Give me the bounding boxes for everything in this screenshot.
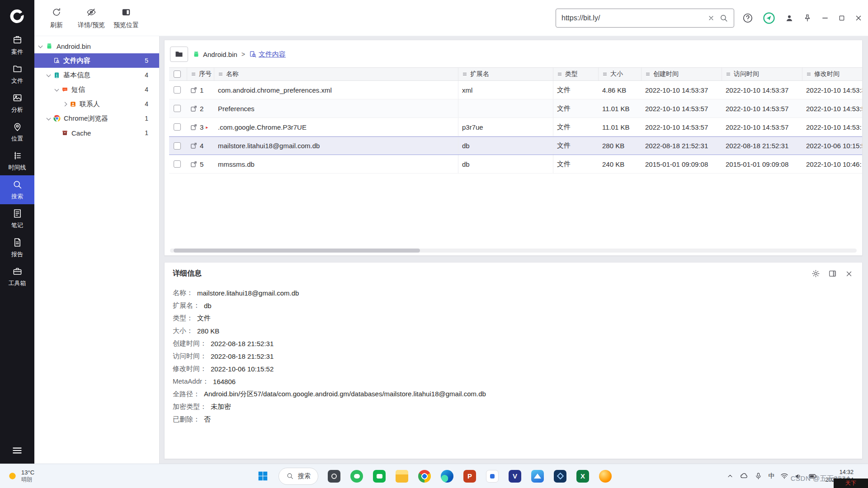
tree-item[interactable]: 基本信息 4: [34, 68, 159, 82]
close-icon[interactable]: [854, 14, 863, 22]
tree-caret-icon[interactable]: [63, 102, 67, 106]
column-header[interactable]: 访问时间: [722, 68, 802, 80]
user-icon[interactable]: [785, 14, 794, 23]
row-checkbox[interactable]: [174, 160, 181, 168]
column-header[interactable]: 修改时间: [802, 68, 863, 80]
rail-item[interactable]: 时间线: [0, 146, 34, 175]
rail-item[interactable]: 文件: [0, 60, 34, 89]
open-file-icon[interactable]: [190, 160, 198, 168]
tree-caret-icon[interactable]: [55, 87, 59, 91]
wechat-icon[interactable]: [346, 466, 367, 487]
snip-tool-icon[interactable]: [324, 466, 344, 487]
tree-item[interactable]: 联系人 4: [34, 97, 159, 111]
table-row[interactable]: 2 ▸ Preferences 文件 11.01 KB 2022-10-10 1…: [169, 99, 863, 118]
minimize-icon[interactable]: [821, 14, 829, 22]
v-app-icon[interactable]: V: [505, 466, 525, 487]
file-size: 11.01 KB: [599, 123, 642, 131]
file-name[interactable]: com.android.chrome_preferences.xml: [214, 81, 458, 99]
row-checkbox[interactable]: [174, 86, 181, 94]
file-name[interactable]: mailstore.litahui18@gmail.com.db: [214, 137, 458, 155]
toolbar-button[interactable]: 预览位置: [110, 3, 142, 33]
rail-item[interactable]: 报告: [0, 233, 34, 262]
app-logo-icon[interactable]: [0, 2, 34, 31]
tree-item[interactable]: Cache 1: [34, 126, 159, 140]
breadcrumb-current-link[interactable]: 文件内容: [249, 50, 286, 59]
rail-item[interactable]: 工具箱: [0, 262, 34, 291]
menu-burger-icon[interactable]: [11, 445, 23, 456]
settings-icon[interactable]: [811, 269, 820, 278]
table-row[interactable]: 5 ▸ mmssms.db db 文件 240 KB 2015-01-01 09…: [169, 155, 863, 174]
file-accessed-time: 2015-01-01 09:09:08: [722, 160, 802, 168]
explorer-icon[interactable]: [392, 466, 412, 487]
rail-item[interactable]: 位置: [0, 117, 34, 146]
maximize-icon[interactable]: [838, 14, 845, 22]
help-icon[interactable]: [742, 13, 753, 23]
folder-button[interactable]: [170, 47, 188, 62]
column-header[interactable]: 序号: [187, 68, 214, 80]
taskbar-search[interactable]: 搜索: [278, 468, 318, 485]
details-close-icon[interactable]: [845, 270, 853, 278]
table-row[interactable]: 1 ▸ com.android.chrome_preferences.xml x…: [169, 81, 863, 99]
row-checkbox[interactable]: [174, 123, 181, 131]
photos-icon[interactable]: [527, 466, 548, 487]
panel-layout-icon[interactable]: [828, 269, 837, 278]
detail-field: 扩展名： db: [173, 299, 854, 312]
excel-icon[interactable]: X: [572, 466, 593, 487]
tree-item[interactable]: 短信 4: [34, 82, 159, 97]
file-name[interactable]: .com.google.Chrome.P3r7UE: [214, 118, 458, 136]
row-checkbox[interactable]: [174, 105, 181, 112]
tree-item[interactable]: Chrome浏览器 1: [34, 111, 159, 126]
table-row[interactable]: 4 ▸ mailstore.litahui18@gmail.com.db db …: [169, 136, 863, 155]
toolbar-button[interactable]: 刷新: [41, 3, 72, 33]
tray-expand-icon[interactable]: [726, 473, 734, 480]
file-content-icon: [249, 51, 257, 58]
start-button[interactable]: [252, 466, 273, 487]
column-header[interactable]: 名称: [214, 68, 458, 80]
wifi-icon[interactable]: [780, 472, 788, 480]
open-file-icon[interactable]: [190, 142, 198, 150]
rail-item[interactable]: 搜索: [0, 175, 34, 204]
search-input[interactable]: [561, 14, 703, 22]
toolbar-button[interactable]: 详情/预览: [75, 3, 108, 33]
clear-icon[interactable]: [708, 14, 715, 22]
rail-item[interactable]: 分析: [0, 89, 34, 117]
license-status-icon[interactable]: [762, 11, 776, 25]
tree-caret-icon[interactable]: [47, 72, 51, 77]
search-icon[interactable]: [719, 14, 728, 23]
row-checkbox[interactable]: [174, 142, 181, 150]
chat-green-icon[interactable]: [369, 466, 390, 487]
white-app-icon[interactable]: [482, 466, 503, 487]
edge-icon[interactable]: [437, 466, 458, 487]
table-row[interactable]: 3 ▸ .com.google.Chrome.P3r7UE p3r7ue 文件 …: [169, 118, 863, 136]
horizontal-scrollbar[interactable]: [170, 249, 857, 253]
ime-indicator[interactable]: 中: [768, 472, 774, 480]
weather-widget[interactable]: 13°C 晴朗: [5, 464, 37, 488]
open-file-icon[interactable]: [190, 123, 198, 131]
scrollbar-thumb[interactable]: [174, 249, 420, 253]
url-search-box[interactable]: [556, 9, 734, 28]
column-header[interactable]: 大小: [599, 68, 642, 80]
pin-icon[interactable]: [803, 14, 812, 23]
mic-icon[interactable]: [755, 472, 762, 480]
onedrive-icon[interactable]: [740, 472, 749, 481]
column-header[interactable]: 创建时间: [642, 68, 722, 80]
column-header[interactable]: 类型: [553, 68, 599, 80]
forensics-app-window: 案件 文件 分析 位置 时间线: [0, 0, 868, 464]
breadcrumb-root[interactable]: Android.bin: [192, 50, 237, 58]
tree-item[interactable]: 文件内容 5: [34, 53, 159, 68]
open-file-icon[interactable]: [190, 86, 198, 94]
powerpoint-icon[interactable]: P: [459, 466, 480, 487]
tree-caret-icon[interactable]: [47, 116, 51, 120]
file-name[interactable]: Preferences: [214, 99, 458, 117]
column-header[interactable]: 扩展名: [458, 68, 553, 80]
open-file-icon[interactable]: [190, 105, 198, 113]
orange-ball-icon[interactable]: [595, 466, 616, 487]
rail-item[interactable]: 案件: [0, 31, 34, 60]
rail-item[interactable]: 笔记: [0, 204, 34, 233]
navy-app-icon[interactable]: [550, 466, 571, 487]
tree-item[interactable]: Android.bin: [34, 39, 159, 53]
chrome-app-icon[interactable]: [414, 466, 435, 487]
file-name[interactable]: mmssms.db: [214, 155, 458, 173]
select-all-checkbox[interactable]: [174, 70, 181, 78]
tree-caret-icon[interactable]: [38, 43, 43, 48]
